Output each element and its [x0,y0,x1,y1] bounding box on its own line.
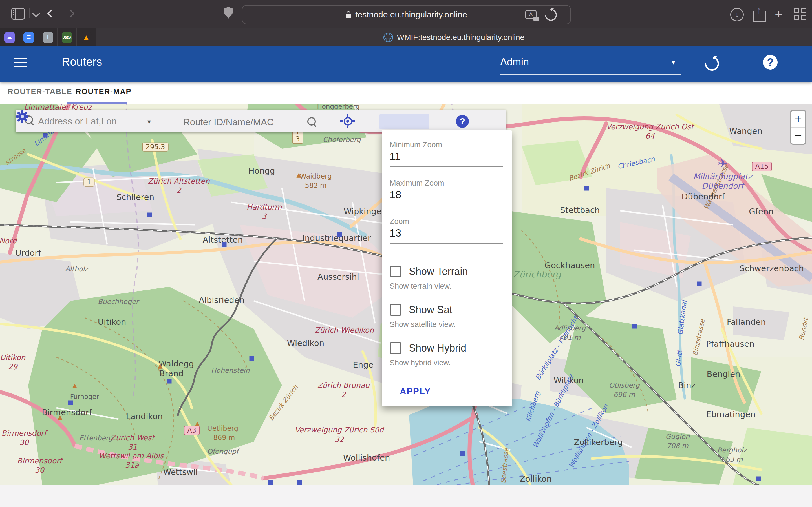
router-marker[interactable] [43,133,48,138]
screen: testnode.eu.thingularity.online A ↓ + ☁ … [0,0,812,507]
zoom-out-button[interactable]: − [791,128,805,144]
tab-router-table[interactable]: ROUTER-TABLE [8,87,72,96]
user-role-select[interactable]: Admin ▾ [500,53,681,71]
share-icon[interactable] [753,11,766,22]
router-marker[interactable] [68,400,73,405]
min-zoom-value[interactable]: 11 [390,151,400,163]
map-canvas[interactable]: HonggerbergLimmattaler Kreuz59295.3Chofe… [0,104,812,485]
show-terrain-checkbox[interactable]: Show Terrain [390,266,468,277]
router-underline [182,129,317,130]
chevron-down-icon[interactable] [32,10,40,17]
sidebar-toggle-icon[interactable] [11,8,25,20]
globe-icon [384,33,393,42]
appbar-help-icon[interactable]: ? [763,55,777,69]
router-marker[interactable] [632,324,637,329]
address-underline [36,126,156,126]
new-tab-icon[interactable]: + [775,8,783,20]
show-hybrid-checkbox[interactable]: Show Hybrid [390,342,466,354]
checkbox-icon[interactable] [390,342,402,354]
map-search-toolbar: Address or Lat,Lon ▾ [15,110,506,132]
terrain-helper-text: Show terrain view. [390,282,451,291]
router-marker[interactable] [338,232,342,237]
forward-icon [66,10,74,17]
router-marker[interactable] [460,451,465,456]
map-settings-panel: Minimum Zoom 11 Maximum Zoom 18 Zoom 13 … [382,130,512,406]
divider [29,8,30,18]
zoom-in-button[interactable]: + [791,111,805,127]
router-search-icon[interactable] [307,117,316,126]
router-marker[interactable] [756,476,761,482]
settings-gear-icon[interactable] [15,110,29,123]
firebase-favicon[interactable]: ▲ [77,28,96,47]
address-caret-icon: ▾ [147,118,151,126]
router-marker[interactable] [697,282,702,286]
active-browser-tab[interactable]: WMIF:testnode.eu.thingularity.online [96,28,812,47]
pill-favicon[interactable]: I [38,28,57,47]
address-mode-select[interactable]: Address or Lat,Lon [38,116,117,127]
apply-button[interactable]: APPLY [398,386,433,397]
map-help-icon[interactable]: ? [456,115,469,128]
app-bar: Routers Admin ▾ ? [0,47,812,82]
tab-router-map[interactable]: ROUTER-MAP [75,87,132,96]
downloads-icon[interactable]: ↓ [730,8,744,21]
translate-icon[interactable]: A [525,10,537,19]
hybrid-helper-text: Show hybrid view. [390,358,451,367]
checkbox-icon[interactable] [390,266,402,277]
checkbox-icon[interactable] [390,304,402,316]
router-tab-row: ROUTER-TABLE ROUTER-MAP [0,82,812,104]
back-icon[interactable] [47,10,55,17]
max-zoom-label: Maximum Zoom [390,179,444,187]
select-caret-icon: ▾ [672,58,675,66]
show-sat-checkbox[interactable]: Show Sat [390,304,452,316]
router-marker[interactable] [147,213,152,217]
lock-icon [346,14,351,18]
router-marker[interactable] [167,379,172,384]
min-zoom-label: Minimum Zoom [390,140,442,149]
router-marker[interactable] [250,356,254,361]
my-location-icon[interactable] [340,113,356,129]
max-zoom-value[interactable]: 18 [390,189,401,201]
privacy-shield-icon[interactable] [224,7,233,18]
zoom-label: Zoom [390,217,409,226]
browser-toolbar: testnode.eu.thingularity.online A ↓ + [0,0,812,28]
menu-icon[interactable] [14,58,27,69]
page-title: Routers [62,55,102,68]
docs-favicon[interactable]: ☰ [19,28,38,47]
zoom-value[interactable]: 13 [390,227,401,239]
select-underline [500,74,681,75]
usda-favicon[interactable]: USDA [57,28,77,47]
settings-button-highlight [379,114,429,129]
user-role-value: Admin [500,56,529,68]
tab-overview-icon[interactable] [794,8,806,20]
router-marker[interactable] [268,480,273,485]
router-marker[interactable] [584,186,589,191]
router-marker[interactable] [222,242,227,247]
address-bar[interactable]: testnode.eu.thingularity.online A [242,5,571,24]
icloud-favicon[interactable]: ☁ [0,28,19,47]
tab-title: WMIF:testnode.eu.thingularity.online [397,33,524,42]
page-footer [0,485,812,507]
reload-icon[interactable] [543,6,559,23]
router-marker[interactable] [297,480,302,485]
sat-helper-text: Show satellite view. [390,320,456,329]
tab-strip: ☁ ☰ I USDA ▲ WMIF:testnode.eu.thingulari… [0,28,812,47]
map-zoom-control: + − [790,110,806,145]
refresh-icon[interactable] [702,54,722,73]
active-tab-indicator [67,102,127,104]
router-search-input[interactable] [183,117,305,128]
url-text[interactable]: testnode.eu.thingularity.online [355,10,467,19]
